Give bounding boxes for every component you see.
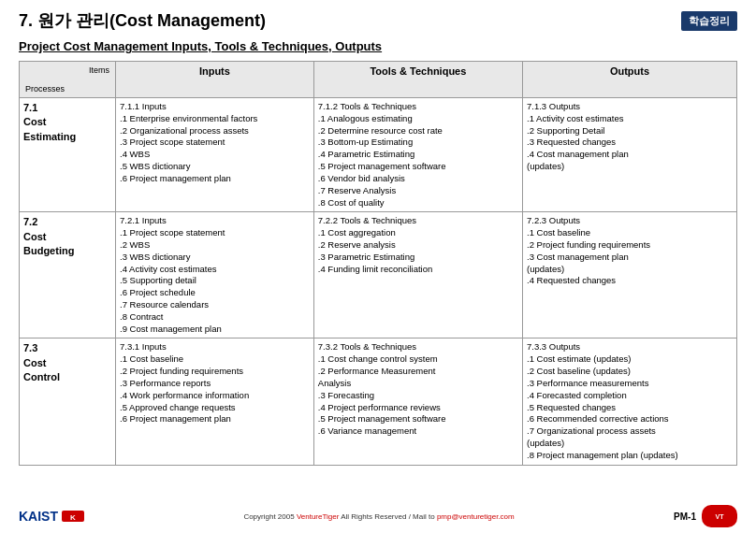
svg-text:VT: VT: [716, 513, 725, 520]
venture-tiger-badge: VT: [702, 505, 737, 527]
header: 7. 원가 관리(Cost Management) 학습정리: [19, 9, 737, 32]
svg-text:K: K: [70, 513, 76, 522]
footer: KAIST K Copyright 2005 VentureTiger All …: [19, 505, 737, 527]
main-table: Items Processes Inputs Tools & Technique…: [19, 61, 737, 466]
subtitle: Project Cost Management Inputs, Tools & …: [19, 39, 737, 53]
table-row: 7.2CostBudgeting 7.2.1 Inputs .1 Project…: [20, 212, 737, 339]
copyright-text: Copyright 2005 VentureTiger All Rights R…: [243, 512, 514, 521]
process-cell-73: 7.3CostControl: [20, 339, 116, 465]
table-row: 7.1CostEstimating 7.1.1 Inputs .1 Enterp…: [20, 98, 737, 212]
outputs-cell-72: 7.2.3 Outputs .1 Cost baseline .2 Projec…: [523, 212, 737, 339]
col-tools: Tools & Techniques: [313, 62, 522, 98]
corner-header: Items Processes: [20, 62, 116, 98]
kaist-logo: KAIST: [19, 509, 58, 524]
process-cell-72: 7.2CostBudgeting: [20, 212, 116, 339]
footer-right: PM-1 VT: [674, 505, 737, 527]
inputs-cell-72: 7.2.1 Inputs .1 Project scope statement …: [116, 212, 314, 339]
corner-processes: Processes: [25, 84, 65, 94]
table-row: 7.3CostControl 7.3.1 Inputs .1 Cost base…: [20, 339, 737, 465]
col-inputs: Inputs: [116, 62, 314, 98]
tools-cell-73: 7.3.2 Tools & Techniques .1 Cost change …: [313, 339, 522, 465]
tools-cell-71: 7.1.2 Tools & Techniques .1 Analogous es…: [313, 98, 522, 212]
footer-logo-area: KAIST K: [19, 508, 84, 525]
col-outputs: Outputs: [523, 62, 737, 98]
badge: 학습정리: [681, 11, 737, 31]
email-link: pmp@venturetiger.com: [437, 512, 515, 521]
page: 7. 원가 관리(Cost Management) 학습정리 Project C…: [0, 0, 756, 533]
inputs-cell-73: 7.3.1 Inputs .1 Cost baseline .2 Project…: [116, 339, 314, 465]
outputs-cell-71: 7.1.3 Outputs .1 Activity cost estimates…: [523, 98, 737, 212]
inputs-cell-71: 7.1.1 Inputs .1 Enterprise environmental…: [116, 98, 314, 212]
tools-cell-72: 7.2.2 Tools & Techniques .1 Cost aggrega…: [313, 212, 522, 339]
table-container: Items Processes Inputs Tools & Technique…: [19, 61, 737, 501]
venture-tiger-logo-icon: VT: [706, 507, 733, 524]
page-number: PM-1: [674, 511, 696, 522]
process-cell-71: 7.1CostEstimating: [20, 98, 116, 212]
corner-items: Items: [89, 65, 109, 75]
outputs-cell-73: 7.3.3 Outputs .1 Cost estimate (updates)…: [523, 339, 737, 465]
kaist-emblem: K: [62, 508, 84, 525]
venture-tiger-link: VentureTiger: [297, 512, 340, 521]
page-title: 7. 원가 관리(Cost Management): [19, 9, 266, 32]
